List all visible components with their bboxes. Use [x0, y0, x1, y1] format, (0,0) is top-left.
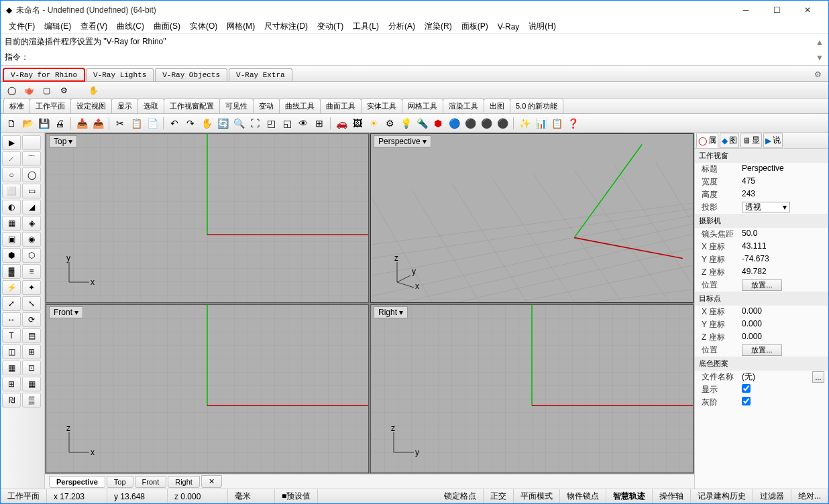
tool-button[interactable]: ◈ [22, 216, 41, 231]
tool-button[interactable]: ◫ [2, 344, 21, 359]
tool-button[interactable]: ▦ [2, 361, 21, 375]
sun-icon[interactable]: ☀ [367, 117, 380, 130]
prop-value[interactable]: Perspective [742, 164, 828, 175]
tool-tab[interactable]: 出图 [484, 99, 510, 114]
tool-button[interactable]: ⤢ [2, 296, 21, 311]
tool-button[interactable]: ◢ [22, 200, 41, 214]
paste-icon[interactable]: 📄 [146, 117, 159, 130]
tool-button[interactable]: ▣ [2, 232, 21, 247]
tool-button[interactable]: ⬢ [2, 248, 21, 263]
tool-button[interactable]: ⊡ [22, 361, 41, 375]
zoom-window-icon[interactable]: ◰ [264, 117, 278, 130]
scroll-down-icon[interactable]: ▼ [815, 53, 824, 62]
tool-button[interactable] [22, 135, 41, 150]
vray-hand-icon[interactable]: ✋ [87, 84, 100, 97]
maximize-viewport-icon[interactable]: ⊞ [313, 117, 326, 130]
vray-settings-icon[interactable]: ⚙ [57, 84, 70, 97]
prop-value[interactable]: 43.111 [742, 241, 828, 253]
material-red-icon[interactable]: ⬢ [431, 117, 445, 130]
menu-实体(O)[interactable]: 实体(O) [186, 19, 221, 34]
viewport-front[interactable]: Front▾ xz [46, 304, 369, 474]
render-car-icon[interactable]: 🚗 [335, 117, 348, 130]
show-checkbox[interactable] [742, 384, 751, 393]
options-icon[interactable]: ⚙ [383, 117, 396, 130]
tool-button[interactable]: ▦ [22, 377, 41, 391]
tool-button[interactable]: ◉ [22, 232, 41, 247]
tool-tab[interactable]: 显示 [111, 99, 138, 114]
place-button[interactable]: 放置... [742, 279, 782, 291]
viewport-label-right[interactable]: Right▾ [374, 306, 408, 318]
prop-value[interactable]: 0.000 [742, 332, 828, 343]
tool-tab[interactable]: 曲面工具 [320, 99, 362, 114]
sphere2-icon[interactable]: ⚫ [480, 117, 493, 130]
save-icon[interactable]: 💾 [37, 117, 50, 130]
help-icon[interactable]: ❓ [566, 117, 579, 130]
status-toggle[interactable]: 过滤器 [753, 489, 791, 503]
status-toggle[interactable]: 物件锁点 [560, 489, 606, 503]
menu-变动(T)[interactable]: 变动(T) [313, 19, 347, 34]
tab-display[interactable]: 🖥显 [740, 133, 762, 148]
tab-properties[interactable]: ◯属 [696, 133, 718, 148]
viewport-tab[interactable]: Top [107, 476, 133, 488]
tab-layers[interactable]: ◆图 [720, 133, 739, 148]
vray-render-icon[interactable]: ▢ [40, 84, 53, 97]
maximize-button[interactable]: ☐ [761, 1, 792, 19]
gear-icon[interactable]: ⚙ [810, 68, 826, 81]
layers-icon[interactable]: 📊 [534, 117, 547, 130]
viewport-label-perspective[interactable]: Perspective▾ [374, 135, 431, 147]
tool-button[interactable]: ▓ [2, 264, 21, 279]
status-plane[interactable]: 工作平面 [1, 489, 47, 503]
tool-tab[interactable]: 工作视窗配置 [164, 99, 220, 114]
status-preset[interactable]: ■预设值 [275, 489, 318, 503]
status-toggle[interactable]: 记录建构历史 [691, 489, 753, 503]
tool-button[interactable]: ⟋ [2, 151, 21, 166]
viewport-label-top[interactable]: Top▾ [49, 135, 77, 147]
status-toggle[interactable]: 绝对... [791, 489, 828, 503]
prop-value[interactable]: 0.000 [742, 306, 828, 318]
zoom-icon[interactable]: 🔍 [232, 117, 245, 130]
copy-icon[interactable]: 📋 [129, 117, 143, 130]
tool-button[interactable]: ₪ [2, 393, 21, 407]
prop-value[interactable]: 透视▾ [742, 202, 828, 213]
props-icon[interactable]: 📋 [550, 117, 563, 130]
tool-button[interactable]: ⬡ [22, 248, 41, 263]
cut-icon[interactable]: ✂ [113, 117, 127, 130]
render-preview-icon[interactable]: 🖼 [351, 117, 364, 130]
status-toggle[interactable]: 智慧轨迹 [606, 489, 653, 503]
undo-icon[interactable]: ↶ [168, 117, 181, 130]
tool-button[interactable]: ▒ [22, 393, 41, 407]
sphere3-icon[interactable]: ⚫ [496, 117, 509, 130]
view-icon[interactable]: 👁 [296, 117, 310, 130]
tool-tab[interactable]: 工作平面 [30, 99, 71, 114]
prop-value[interactable]: 0.000 [742, 319, 828, 330]
zoom-selected-icon[interactable]: ◱ [280, 117, 294, 130]
tool-button[interactable]: ✦ [22, 280, 41, 295]
scroll-up-icon[interactable]: ▲ [815, 38, 824, 47]
light-icon[interactable]: 💡 [399, 117, 412, 130]
tool-tab[interactable]: 曲线工具 [279, 99, 321, 114]
tool-tab[interactable]: 选取 [137, 99, 164, 114]
tool-button[interactable]: ◯ [22, 168, 41, 182]
tool-button[interactable]: ◐ [2, 200, 21, 214]
menu-文件(F)[interactable]: 文件(F) [5, 19, 39, 34]
tool-button[interactable]: ≡ [22, 264, 41, 279]
gray-checkbox[interactable] [742, 397, 751, 405]
menu-曲面(S)[interactable]: 曲面(S) [150, 19, 184, 34]
menu-曲线(C)[interactable]: 曲线(C) [113, 19, 148, 34]
menu-分析(A)[interactable]: 分析(A) [384, 19, 419, 34]
print-icon[interactable]: 🖨 [53, 117, 66, 130]
tool-button[interactable]: ⚡ [2, 280, 21, 295]
viewport-tab[interactable]: Right [168, 476, 200, 488]
tool-tab[interactable]: 设定视图 [70, 99, 112, 114]
import-icon[interactable]: 📥 [75, 117, 89, 130]
menu-工具(L)[interactable]: 工具(L) [349, 19, 383, 34]
tool-tab[interactable]: 渲染工具 [443, 99, 484, 114]
tool-tab[interactable]: 网格工具 [402, 99, 443, 114]
vray-tab[interactable]: V-Ray Lights [86, 68, 154, 81]
tool-button[interactable]: ○ [2, 168, 21, 182]
tool-button[interactable]: ↔ [2, 312, 21, 327]
status-toggle[interactable]: 锁定格点 [437, 489, 484, 503]
rotate-icon[interactable]: 🔄 [216, 117, 229, 130]
tool-button[interactable]: ⊞ [22, 344, 41, 359]
vray-icon[interactable]: ◯ [5, 84, 18, 97]
